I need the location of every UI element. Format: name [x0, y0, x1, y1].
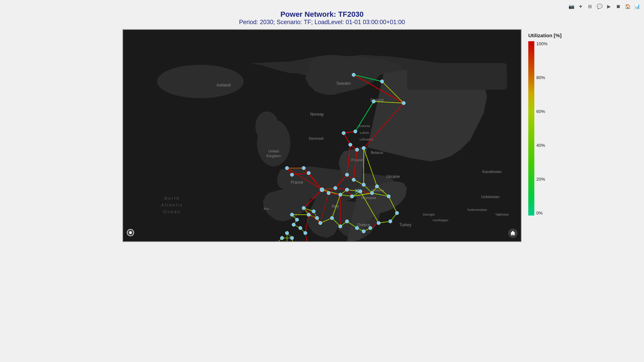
svg-point-171 [352, 73, 355, 76]
svg-text:Latvia: Latvia [360, 131, 369, 134]
legend-title: Utilization [%] [528, 33, 561, 38]
iceland-label: Iceland [217, 82, 231, 87]
svg-point-198 [307, 213, 310, 217]
legend-label-40: 40% [536, 143, 547, 148]
legend-label-80: 80% [536, 75, 547, 80]
svg-text:Poland: Poland [351, 158, 363, 162]
svg-point-218 [355, 226, 359, 230]
svg-point-180 [285, 166, 289, 170]
svg-point-182 [302, 166, 305, 170]
svg-text:Uzbekistan: Uzbekistan [481, 195, 499, 199]
svg-point-188 [345, 188, 349, 191]
svg-point-176 [342, 131, 345, 135]
svg-point-179 [362, 146, 365, 150]
svg-text:Turkey: Turkey [399, 223, 411, 227]
svg-text:Azerbaijan: Azerbaijan [432, 218, 448, 222]
chat-icon[interactable]: 💬 [596, 3, 603, 10]
svg-point-195 [375, 185, 379, 188]
zoom-indicator[interactable] [126, 229, 135, 238]
svg-text:Norway: Norway [310, 112, 324, 117]
svg-point-177 [348, 143, 352, 146]
zoom-home-button[interactable] [508, 229, 518, 238]
svg-point-196 [387, 195, 390, 198]
svg-text:Kazakhstan: Kazakhstan [482, 170, 501, 174]
svg-text:United: United [268, 149, 279, 153]
legend-label-60: 60% [536, 109, 547, 114]
svg-point-199 [312, 210, 315, 213]
svg-point-173 [402, 102, 405, 105]
svg-point-187 [339, 193, 342, 196]
svg-text:Atlantic: Atlantic [161, 202, 183, 207]
svg-point-223 [395, 212, 399, 215]
play-icon[interactable]: ▶ [605, 3, 612, 10]
plus-icon[interactable]: + [577, 3, 584, 10]
svg-point-216 [339, 225, 342, 228]
svg-text:Belarus: Belarus [371, 150, 383, 155]
svg-point-207 [290, 236, 294, 240]
svg-point-192 [352, 178, 355, 181]
svg-text:Ocean: Ocean [163, 209, 181, 214]
svg-text:Denmark: Denmark [309, 136, 324, 140]
svg-line-101 [344, 133, 351, 145]
svg-point-2 [157, 65, 244, 98]
camera-icon[interactable]: 📷 [568, 3, 575, 10]
svg-text:Turkmenistan: Turkmenistan [467, 208, 487, 212]
svg-rect-10 [407, 63, 507, 89]
legend-label-0: 0% [536, 210, 547, 216]
svg-point-215 [330, 216, 334, 220]
svg-point-202 [296, 218, 299, 221]
svg-point-221 [377, 221, 380, 225]
svg-point-206 [285, 231, 289, 235]
svg-point-201 [290, 213, 294, 217]
svg-point-190 [359, 190, 362, 193]
svg-point-194 [370, 191, 374, 195]
stop-icon[interactable]: ⏹ [614, 3, 622, 10]
svg-text:Tajikistan: Tajikistan [495, 213, 509, 216]
svg-point-178 [355, 148, 359, 152]
svg-text:Romania: Romania [361, 196, 376, 200]
svg-text:Italy: Italy [332, 204, 339, 208]
map-container[interactable]: Iceland Sweden Finland Norway Denmark Un… [122, 29, 522, 242]
svg-point-214 [319, 221, 322, 225]
svg-point-185 [327, 191, 330, 195]
svg-point-217 [345, 220, 349, 223]
svg-point-184 [320, 188, 324, 192]
map-svg: Iceland Sweden Finland Norway Denmark Un… [123, 30, 521, 241]
svg-point-227 [129, 231, 132, 234]
svg-marker-9 [339, 68, 487, 241]
legend-color-bar [528, 41, 534, 216]
svg-point-200 [315, 216, 319, 220]
svg-text:Ukraine: Ukraine [386, 174, 400, 179]
bar-chart-icon[interactable]: 📊 [633, 3, 641, 10]
svg-text:Greece: Greece [357, 223, 370, 227]
svg-point-189 [350, 195, 354, 198]
svg-text:Georgia: Georgia [423, 213, 435, 216]
grid-icon[interactable]: ⊞ [586, 3, 594, 10]
svg-point-204 [299, 226, 302, 230]
svg-text:Estonia: Estonia [359, 124, 370, 128]
svg-point-175 [354, 130, 357, 133]
svg-point-205 [304, 231, 307, 235]
legend-label-100: 100% [536, 41, 547, 46]
svg-text:France: France [291, 180, 303, 185]
svg-text:Sweden: Sweden [336, 81, 351, 86]
title-line2: Period: 2030; Scenario: TF; LoadLevel: 0… [239, 19, 405, 26]
svg-point-186 [334, 186, 337, 190]
svg-text:Por...: Por... [264, 207, 271, 210]
svg-point-203 [292, 223, 296, 226]
svg-point-4 [255, 111, 279, 141]
svg-point-219 [362, 230, 365, 233]
toolbar: 📷 + ⊞ 💬 ▶ ⏹ 🏠 📊 [568, 3, 641, 10]
svg-point-222 [389, 220, 392, 223]
home-icon[interactable]: 🏠 [624, 3, 631, 10]
svg-text:Kingdom: Kingdom [266, 154, 281, 158]
title-area: Power Network: TF2030 Period: 2030; Scen… [239, 0, 405, 29]
utilization-legend: Utilization [%] 100% 80% 60% 40% 20% 0% [528, 29, 582, 242]
legend-labels: 100% 80% 60% 40% 20% 0% [536, 41, 547, 216]
title-line1: Power Network: TF2030 [239, 10, 405, 19]
svg-point-191 [345, 173, 349, 176]
svg-point-174 [372, 100, 375, 103]
svg-point-193 [362, 183, 365, 186]
svg-point-197 [302, 206, 305, 210]
svg-point-208 [280, 236, 284, 240]
